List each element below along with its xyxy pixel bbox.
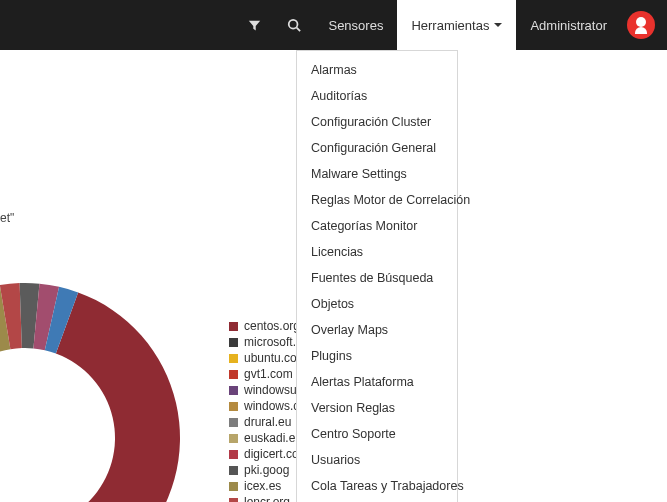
- legend-swatch: [229, 338, 238, 347]
- dropdown-item[interactable]: Alarmas: [297, 57, 457, 83]
- nav-administrator[interactable]: Administrator: [516, 0, 621, 50]
- dropdown-item[interactable]: Cola Tareas y Trabajadores: [297, 473, 457, 499]
- legend-label: lencr.org: [244, 494, 290, 502]
- legend-swatch: [229, 482, 238, 491]
- partial-label: et": [0, 211, 14, 225]
- legend-label: gvt1.com: [244, 366, 293, 382]
- dropdown-item[interactable]: Alertas Plataforma: [297, 369, 457, 395]
- dropdown-item[interactable]: Licencias: [297, 239, 457, 265]
- nav-sensores[interactable]: Sensores: [314, 0, 397, 50]
- legend-swatch: [229, 418, 238, 427]
- herramientas-dropdown: Alarmas Auditorías Configuración Cluster…: [296, 50, 458, 502]
- legend-swatch: [229, 386, 238, 395]
- legend-label: drural.eu: [244, 414, 291, 430]
- nav-herramientas-label: Herramientas: [411, 18, 489, 33]
- legend-swatch: [229, 466, 238, 475]
- dropdown-item[interactable]: Malware Settings: [297, 161, 457, 187]
- topbar: Sensores Herramientas Administrator: [0, 0, 667, 50]
- legend-swatch: [229, 450, 238, 459]
- legend-swatch: [229, 322, 238, 331]
- legend-swatch: [229, 434, 238, 443]
- svg-point-0: [289, 20, 298, 29]
- dropdown-item[interactable]: Configuración Cluster: [297, 109, 457, 135]
- filter-icon[interactable]: [234, 0, 274, 50]
- nav-herramientas[interactable]: Herramientas: [397, 0, 516, 50]
- search-icon[interactable]: [274, 0, 314, 50]
- chevron-down-icon: [494, 23, 502, 27]
- legend-label: pki.goog: [244, 462, 289, 478]
- dropdown-item[interactable]: Version Reglas: [297, 395, 457, 421]
- dropdown-item[interactable]: Reglas Motor de Correlación: [297, 187, 457, 213]
- dropdown-item[interactable]: Fuentes de Búsqueda: [297, 265, 457, 291]
- legend-label: icex.es: [244, 478, 281, 494]
- dropdown-item[interactable]: Usuarios: [297, 447, 457, 473]
- legend-label: centos.org: [244, 318, 300, 334]
- dropdown-item[interactable]: Overlay Maps: [297, 317, 457, 343]
- legend-swatch: [229, 402, 238, 411]
- dropdown-item[interactable]: Configuración General: [297, 135, 457, 161]
- legend-swatch: [229, 370, 238, 379]
- dropdown-item[interactable]: Categorías Monitor: [297, 213, 457, 239]
- dropdown-item[interactable]: Plugins: [297, 343, 457, 369]
- donut-chart: [0, 278, 185, 502]
- dropdown-item[interactable]: Auditorías: [297, 83, 457, 109]
- dropdown-item[interactable]: Objetos: [297, 291, 457, 317]
- legend-swatch: [229, 354, 238, 363]
- avatar[interactable]: [627, 11, 655, 39]
- svg-line-1: [297, 28, 301, 32]
- dropdown-item[interactable]: Centro Soporte: [297, 421, 457, 447]
- legend-swatch: [229, 498, 238, 503]
